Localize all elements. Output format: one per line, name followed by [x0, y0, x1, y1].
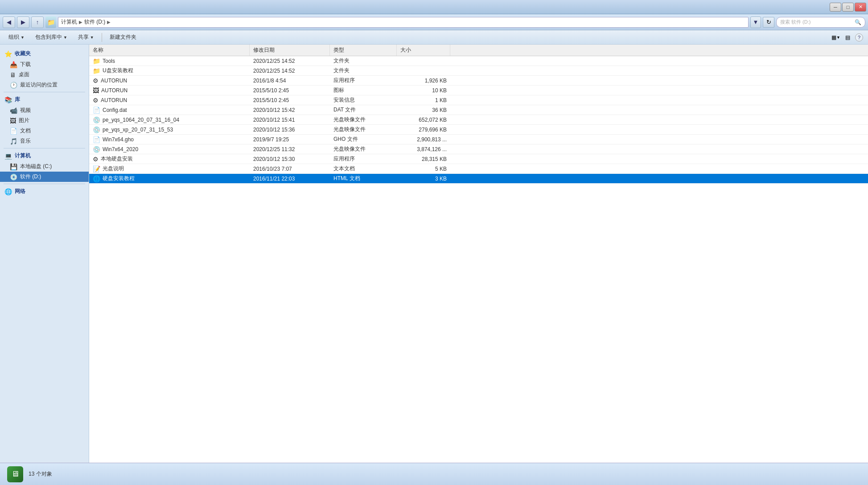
- file-type-cell: 文件夹: [330, 57, 397, 65]
- file-type-cell: GHO 文件: [330, 136, 397, 143]
- table-row[interactable]: 💿 pe_yqs_1064_20_07_31_16_04 2020/10/12 …: [89, 115, 868, 125]
- table-row[interactable]: 💿 Win7x64_2020 2020/12/25 11:32 光盘映像文件 3…: [89, 144, 868, 154]
- view-toggle-button[interactable]: ▦ ▼: [831, 32, 841, 43]
- refresh-button[interactable]: ↻: [763, 17, 774, 28]
- file-type-icon: 🌐: [93, 175, 100, 182]
- table-row[interactable]: 💿 pe_yqs_xp_20_07_31_15_53 2020/10/12 15…: [89, 125, 868, 135]
- sidebar-item-pictures[interactable]: 🖼 图片: [0, 115, 89, 126]
- file-date-cell: 2016/1/8 4:54: [250, 78, 330, 84]
- table-row[interactable]: 📝 光盘说明 2016/10/23 7:07 文本文档 5 KB: [89, 164, 868, 174]
- table-row[interactable]: ⚙ AUTORUN 2016/1/8 4:54 应用程序 1,926 KB: [89, 76, 868, 86]
- recent-icon: 🕐: [10, 82, 17, 89]
- statusbar-app-icon: 🖥: [11, 469, 19, 479]
- file-date-cell: 2016/11/21 22:03: [250, 176, 330, 182]
- sidebar-item-c-drive[interactable]: 💾 本地磁盘 (C:): [0, 161, 89, 172]
- maximize-button[interactable]: □: [842, 3, 854, 12]
- table-row[interactable]: ⚙ 本地硬盘安装 2020/10/12 15:30 应用程序 28,315 KB: [89, 154, 868, 164]
- breadcrumb[interactable]: 计算机 ▶ 软件 (D:) ▶: [58, 17, 749, 28]
- file-area: 名称 修改日期 类型 大小 📁 Tools 2020/12/25 14:52 文…: [89, 45, 868, 463]
- preview-pane-button[interactable]: ▤: [842, 32, 853, 43]
- file-date-cell: 2020/12/25 11:32: [250, 146, 330, 152]
- address-bar: ◀ ▶ ↑ 📁 计算机 ▶ 软件 (D:) ▶ ▼ ↻ 搜索 软件 (D:) 🔍: [0, 14, 868, 30]
- file-name: Tools: [103, 58, 115, 64]
- sidebar-header-network[interactable]: 🌐 网络: [0, 186, 89, 197]
- sidebar-item-desktop[interactable]: 🖥 桌面: [0, 70, 89, 80]
- table-row[interactable]: 📄 Win7x64.gho 2019/9/7 19:25 GHO 文件 2,90…: [89, 135, 868, 144]
- col-header-name[interactable]: 名称: [89, 45, 250, 56]
- col-header-date[interactable]: 修改日期: [250, 45, 330, 56]
- file-name: Win7x64.gho: [103, 136, 134, 143]
- sidebar-item-music[interactable]: 🎵 音乐: [0, 136, 89, 146]
- file-type-icon: 📁: [93, 58, 100, 65]
- file-name: U盘安装教程: [103, 67, 133, 74]
- window-controls: ─ □ ✕: [830, 3, 866, 12]
- sidebar-recent-label: 最近访问的位置: [20, 81, 58, 89]
- c-drive-icon: 💾: [10, 163, 17, 170]
- sidebar-header-library[interactable]: 📚 库: [0, 94, 89, 105]
- organize-dropdown-icon: ▼: [21, 35, 25, 40]
- file-name: AUTORUN: [101, 78, 127, 84]
- file-type-icon: ⚙: [93, 97, 99, 104]
- statusbar-icon: 🖥: [7, 466, 23, 482]
- breadcrumb-sep-1: ▶: [79, 20, 82, 25]
- file-name-cell: 📄 Win7x64.gho: [89, 136, 250, 143]
- network-icon: 🌐: [4, 188, 12, 195]
- include-library-dropdown-icon: ▼: [63, 35, 67, 40]
- sidebar-item-video[interactable]: 📹 视频: [0, 105, 89, 115]
- file-size-cell: 1 KB: [397, 97, 450, 103]
- file-name-cell: 📁 Tools: [89, 58, 250, 65]
- table-row[interactable]: ⚙ AUTORUN 2015/5/10 2:45 安装信息 1 KB: [89, 95, 868, 105]
- file-date-cell: 2020/10/12 15:42: [250, 107, 330, 113]
- sidebar-item-documents[interactable]: 📄 文档: [0, 126, 89, 136]
- new-folder-label: 新建文件夹: [110, 33, 136, 41]
- table-row[interactable]: 📁 Tools 2020/12/25 14:52 文件夹: [89, 56, 868, 66]
- file-size-cell: 5 KB: [397, 166, 450, 172]
- table-row[interactable]: 📄 Config.dat 2020/10/12 15:42 DAT 文件 36 …: [89, 105, 868, 115]
- forward-button[interactable]: ▶: [17, 16, 29, 28]
- sidebar-documents-label: 文档: [20, 127, 31, 135]
- new-folder-button[interactable]: 新建文件夹: [105, 32, 141, 43]
- table-row[interactable]: 📁 U盘安装教程 2020/12/25 14:52 文件夹: [89, 66, 868, 76]
- table-row[interactable]: 🌐 硬盘安装教程 2016/11/21 22:03 HTML 文档 3 KB: [89, 174, 868, 184]
- share-dropdown-icon: ▼: [90, 35, 94, 40]
- file-name-cell: 📝 光盘说明: [89, 165, 250, 173]
- close-button[interactable]: ✕: [855, 3, 866, 12]
- col-header-type[interactable]: 类型: [330, 45, 397, 56]
- dropdown-button[interactable]: ▼: [750, 16, 761, 28]
- sidebar-item-downloads[interactable]: 📥 下载: [0, 59, 89, 70]
- file-type-icon: 💿: [93, 116, 100, 123]
- share-button[interactable]: 共享 ▼: [73, 32, 99, 43]
- organize-button[interactable]: 组织 ▼: [4, 32, 29, 43]
- file-name-cell: 🖼 AUTORUN: [89, 87, 250, 94]
- file-type-cell: HTML 文档: [330, 175, 397, 182]
- include-library-button[interactable]: 包含到库中 ▼: [30, 32, 72, 43]
- up-button[interactable]: ↑: [31, 16, 44, 28]
- search-box[interactable]: 搜索 软件 (D:) 🔍: [776, 17, 865, 28]
- sidebar-downloads-label: 下载: [20, 61, 31, 68]
- col-header-size[interactable]: 大小: [397, 45, 450, 56]
- sidebar-header-computer[interactable]: 💻 计算机: [0, 150, 89, 161]
- file-size-cell: 28,315 KB: [397, 156, 450, 162]
- desktop-icon: 🖥: [10, 71, 16, 78]
- help-button[interactable]: ?: [854, 32, 864, 43]
- breadcrumb-arrow: ▶: [107, 20, 111, 25]
- favorites-icon: ⭐: [4, 50, 12, 58]
- downloads-icon: 📥: [10, 61, 17, 68]
- file-type-icon: 📄: [93, 136, 100, 143]
- sidebar-item-d-drive[interactable]: 💿 软件 (D:): [0, 172, 89, 182]
- table-row[interactable]: 🖼 AUTORUN 2015/5/10 2:45 图标 10 KB: [89, 86, 868, 95]
- sidebar-header-favorites[interactable]: ⭐ 收藏夹: [0, 48, 89, 59]
- file-date-cell: 2020/12/25 14:52: [250, 68, 330, 74]
- minimize-button[interactable]: ─: [830, 3, 841, 12]
- file-date-cell: 2016/10/23 7:07: [250, 166, 330, 172]
- breadcrumb-computer[interactable]: 计算机: [61, 18, 77, 26]
- back-button[interactable]: ◀: [3, 16, 15, 28]
- file-name: 硬盘安装教程: [103, 175, 135, 182]
- col-date-label: 修改日期: [253, 46, 275, 54]
- breadcrumb-drive[interactable]: 软件 (D:): [84, 18, 105, 26]
- file-type-icon: 🖼: [93, 87, 99, 94]
- sidebar-item-recent[interactable]: 🕐 最近访问的位置: [0, 80, 89, 90]
- file-date-cell: 2020/10/12 15:41: [250, 117, 330, 123]
- library-icon: 📚: [4, 96, 12, 103]
- file-name-cell: ⚙ AUTORUN: [89, 77, 250, 84]
